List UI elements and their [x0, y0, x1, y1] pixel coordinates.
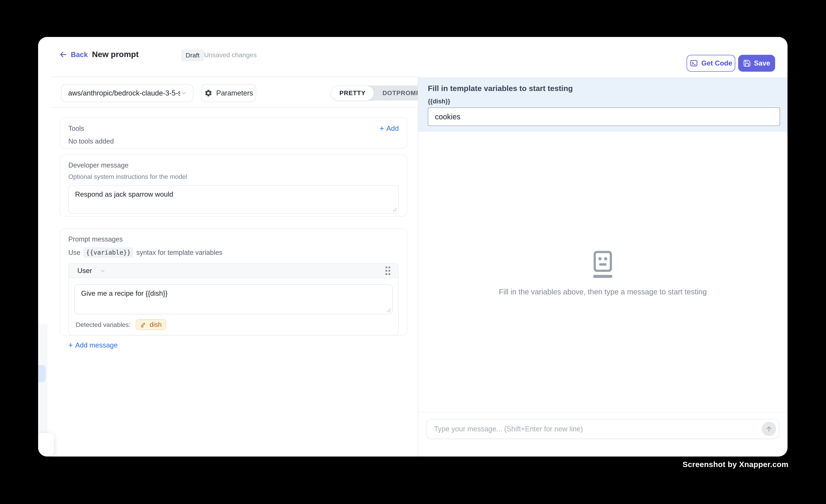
chevron-down-icon: [100, 267, 106, 274]
message-header-row: User: [69, 264, 398, 278]
chat-message-input[interactable]: [434, 425, 762, 433]
drag-handle-icon[interactable]: [384, 265, 392, 276]
header: Back New prompt Draft Unsaved changes Ge…: [38, 37, 787, 77]
tools-card: Tools + Add No tools added: [60, 118, 407, 148]
get-code-label: Get Code: [701, 59, 732, 67]
add-tool-label: Add: [386, 125, 399, 132]
chat-empty-text: Fill in the variables above, then type a…: [418, 288, 787, 296]
variable-chip-label: dish: [150, 321, 162, 328]
prompt-messages-card: Prompt messages Use {{variable}} syntax …: [60, 229, 407, 335]
unsaved-changes-text: Unsaved changes: [204, 51, 257, 59]
watermark-text: Screenshot by Xnapper.com: [683, 460, 788, 469]
save-icon: [743, 59, 751, 67]
popover-fragment: [38, 433, 54, 456]
parameters-label: Parameters: [216, 89, 253, 97]
app-window: Back New prompt Draft Unsaved changes Ge…: [38, 37, 787, 456]
parameters-button[interactable]: Parameters: [201, 84, 256, 102]
screenshot-background: Back New prompt Draft Unsaved changes Ge…: [0, 0, 826, 504]
template-syntax-hint: Use {{variable}} syntax for template var…: [68, 247, 399, 258]
robot-icon: [418, 251, 787, 279]
variable-syntax-chip: {{variable}}: [83, 247, 133, 258]
add-message-button[interactable]: + Add message: [68, 341, 399, 349]
developer-message-textarea[interactable]: Respond as jack sparrow would: [68, 185, 399, 214]
user-message-textarea[interactable]: Give me a recipe for {{dish}}: [74, 284, 393, 314]
gear-icon: [204, 89, 213, 97]
back-button[interactable]: Back: [59, 51, 88, 59]
arrow-up-icon: [765, 425, 773, 433]
send-button[interactable]: [762, 422, 776, 436]
tools-card-title: Tools: [68, 125, 84, 132]
view-mode-toggle: PRETTY DOTPROMPT: [331, 85, 433, 101]
header-divider: [50, 76, 418, 77]
detected-variables-label: Detected variables:: [76, 321, 130, 328]
variable-value-input[interactable]: [428, 108, 780, 126]
back-label: Back: [71, 51, 88, 59]
arrow-left-icon: [59, 51, 67, 59]
status-badge: Draft: [181, 49, 204, 61]
model-selector-value: aws/anthropic/bedrock-claude-3-5-s...: [68, 89, 180, 97]
nav-highlight-fragment: [38, 365, 46, 382]
plus-icon: +: [68, 341, 73, 349]
save-button[interactable]: Save: [738, 55, 775, 72]
developer-message-card: Developer message Optional system instru…: [60, 154, 407, 216]
prompt-message-block: User Give me a recipe for {{dish}}: [68, 263, 399, 335]
chat-empty-state: Fill in the variables above, then type a…: [418, 251, 787, 296]
chat-input-divider: [418, 412, 787, 413]
hint-prefix: Use: [68, 249, 80, 256]
page-title: New prompt: [92, 50, 138, 59]
plus-icon: +: [379, 125, 384, 132]
toolbar-divider: [50, 107, 418, 108]
chat-input-bar: [426, 419, 779, 439]
hint-suffix: syntax for template variables: [136, 249, 222, 256]
add-message-label: Add message: [75, 341, 118, 349]
tab-pretty[interactable]: PRETTY: [331, 85, 374, 101]
developer-message-subtitle: Optional system instructions for the mod…: [68, 173, 399, 180]
role-value: User: [77, 267, 92, 275]
chevron-down-icon: [180, 89, 187, 97]
variable-key-label: {{dish}}: [428, 98, 778, 105]
template-variables-panel: Fill in template variables to start test…: [418, 77, 787, 132]
edit-pencil-icon: [140, 321, 146, 328]
model-selector[interactable]: aws/anthropic/bedrock-claude-3-5-s...: [61, 84, 193, 102]
variable-chip-dish[interactable]: dish: [136, 319, 166, 330]
get-code-button[interactable]: Get Code: [687, 55, 735, 72]
role-selector[interactable]: User: [77, 267, 106, 275]
tools-empty-text: No tools added: [68, 137, 399, 145]
add-tool-button[interactable]: + Add: [379, 125, 399, 132]
developer-message-title: Developer message: [68, 162, 399, 169]
terminal-icon: [690, 59, 698, 67]
detected-variables-row: Detected variables: dish: [74, 319, 393, 330]
save-label: Save: [754, 59, 770, 67]
variables-panel-title: Fill in template variables to start test…: [428, 84, 778, 93]
prompt-messages-title: Prompt messages: [68, 235, 399, 243]
